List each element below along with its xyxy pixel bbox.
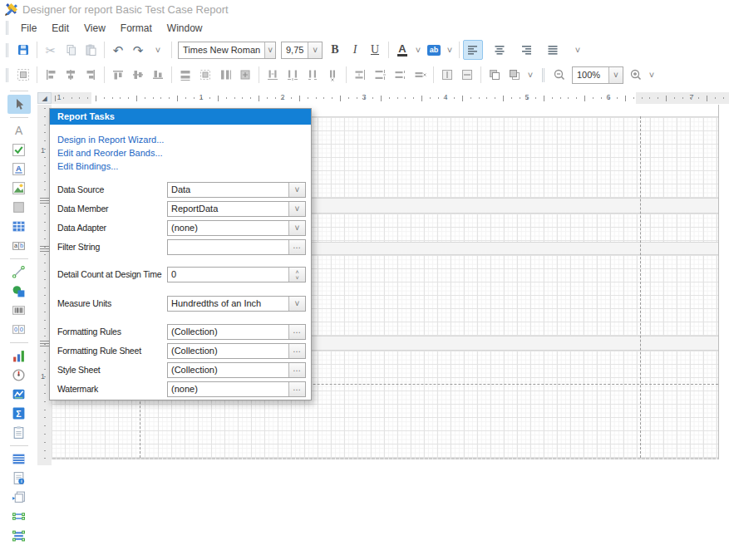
- center-horizontally-button[interactable]: [437, 65, 457, 85]
- order-dropdown-button[interactable]: ˅: [525, 65, 536, 85]
- decrease-vertical-spacing-button[interactable]: [390, 65, 410, 85]
- remove-vertical-spacing-button[interactable]: [410, 65, 430, 85]
- toolbox-item-panel[interactable]: [7, 198, 31, 217]
- align-rights-button[interactable]: [81, 65, 101, 85]
- watermark-editor[interactable]: (none) …: [167, 381, 306, 397]
- ellipsis-button[interactable]: …: [288, 363, 305, 377]
- zoom-level-combobox[interactable]: 100% ˅: [572, 66, 623, 84]
- make-same-width-button[interactable]: [175, 65, 195, 85]
- underline-button[interactable]: U: [365, 40, 385, 60]
- make-horizontal-spacing-equal-button[interactable]: [263, 65, 283, 85]
- increase-vertical-spacing-button[interactable]: [370, 65, 390, 85]
- increase-horizontal-spacing-button[interactable]: [283, 65, 303, 85]
- link-edit-and-reorder-bands[interactable]: Edit and Reorder Bands...: [57, 146, 311, 160]
- highlight-dropdown-button[interactable]: ˅: [444, 40, 456, 60]
- detail-count-spinner[interactable]: 0 ˄ ˅: [167, 267, 306, 282]
- toolbox-item-subreport[interactable]: [7, 488, 31, 507]
- toolbox-item-table-of-contents[interactable]: [7, 449, 31, 469]
- menu-file[interactable]: File: [13, 20, 44, 37]
- size-to-grid-button[interactable]: [195, 65, 215, 85]
- toolbox-item-table[interactable]: [7, 217, 31, 236]
- menu-grip[interactable]: [6, 21, 8, 35]
- align-center-button[interactable]: [490, 40, 510, 60]
- ellipsis-button[interactable]: …: [288, 382, 305, 396]
- dropdown-button[interactable]: ˅: [288, 221, 305, 235]
- center-vertically-button[interactable]: [457, 65, 477, 85]
- redo-button[interactable]: ↷: [128, 40, 148, 60]
- data-source-dropdown[interactable]: Data ˅: [167, 182, 306, 198]
- measure-units-dropdown[interactable]: Hundredths of an Inch ˅: [167, 296, 306, 312]
- toolbox-item-sparkline[interactable]: [7, 385, 31, 404]
- menu-window[interactable]: Window: [160, 20, 210, 37]
- make-same-size-button[interactable]: [235, 65, 255, 85]
- dropdown-button[interactable]: ˅: [288, 297, 305, 311]
- font-color-button[interactable]: A: [392, 40, 412, 60]
- zoom-in-button[interactable]: [626, 65, 646, 85]
- toolbar-grip[interactable]: [6, 43, 8, 57]
- toolbox-item-bar-code[interactable]: [7, 301, 31, 320]
- toolbox-item-character-comb[interactable]: a b: [7, 236, 31, 255]
- horizontal-ruler[interactable]: 1 1 2 3 4 5 6 7: [52, 92, 729, 104]
- zoom-out-button[interactable]: [549, 65, 569, 85]
- make-same-height-button[interactable]: [215, 65, 235, 85]
- data-adapter-dropdown[interactable]: (none) ˅: [167, 220, 306, 236]
- undo-button[interactable]: ↶: [108, 40, 128, 60]
- align-bottoms-button[interactable]: [148, 65, 168, 85]
- band-grip[interactable]: [40, 198, 49, 204]
- align-tops-button[interactable]: [108, 65, 128, 85]
- style-sheet-editor[interactable]: (Collection) …: [167, 362, 306, 378]
- toolbox-item-picture-box[interactable]: [7, 179, 31, 198]
- data-member-dropdown[interactable]: ReportData ˅: [167, 201, 306, 217]
- zoom-dropdown-button[interactable]: ˅: [608, 67, 623, 83]
- ruler-corner[interactable]: ◢: [37, 92, 52, 104]
- font-name-combobox[interactable]: Times New Roman ˅: [178, 42, 276, 59]
- align-to-grid-button[interactable]: [13, 65, 33, 85]
- cut-button[interactable]: ✂: [41, 40, 61, 60]
- toolbox-item-page-info[interactable]: i: [7, 469, 31, 488]
- paste-button[interactable]: [81, 40, 101, 60]
- toolbox-item-line[interactable]: [7, 263, 31, 282]
- toolbox-item-pivot-grid[interactable]: Σ: [7, 404, 31, 423]
- toolbox-item-cross-band-box[interactable]: [7, 526, 31, 545]
- font-color-dropdown-button[interactable]: ˅: [412, 40, 424, 60]
- formatting-rule-sheet-editor[interactable]: (Collection) …: [167, 343, 306, 359]
- save-button[interactable]: [13, 40, 33, 60]
- toolbox-item-page-break[interactable]: [7, 423, 31, 442]
- align-middles-button[interactable]: [128, 65, 148, 85]
- dropdown-button[interactable]: ˅: [288, 202, 305, 216]
- decrease-horizontal-spacing-button[interactable]: [303, 65, 323, 85]
- send-to-back-button[interactable]: [505, 65, 525, 85]
- italic-button[interactable]: I: [345, 40, 365, 60]
- remove-horizontal-spacing-button[interactable]: [323, 65, 342, 85]
- copy-button[interactable]: [61, 40, 81, 60]
- spinner-buttons[interactable]: ˄ ˅: [288, 268, 305, 282]
- menu-format[interactable]: Format: [113, 20, 160, 37]
- ellipsis-button[interactable]: …: [288, 240, 305, 254]
- toolbox-item-pointer[interactable]: [7, 95, 31, 114]
- band-grip[interactable]: [40, 246, 49, 252]
- formatting-rules-editor[interactable]: (Collection) …: [167, 324, 306, 340]
- toolbox-item-shape[interactable]: [7, 282, 31, 301]
- font-name-dropdown-button[interactable]: ˅: [264, 42, 275, 58]
- link-edit-bindings[interactable]: Edit Bindings...: [57, 160, 311, 173]
- band-grip[interactable]: [40, 341, 49, 346]
- bring-to-front-button[interactable]: [485, 65, 505, 85]
- align-lefts-button[interactable]: [41, 65, 61, 85]
- font-size-dropdown-button[interactable]: ˅: [308, 42, 322, 58]
- toolbox-item-chart[interactable]: [7, 346, 31, 366]
- toolbar-grip[interactable]: [6, 68, 8, 82]
- highlight-color-button[interactable]: ab: [424, 40, 444, 60]
- align-right-button[interactable]: [516, 40, 536, 60]
- link-design-in-report-wizard[interactable]: Design in Report Wizard...: [57, 133, 311, 146]
- toolbox-item-zip-code[interactable]: 0 0: [7, 320, 31, 339]
- make-vertical-spacing-equal-button[interactable]: [350, 65, 370, 85]
- zoom-menu-dropdown-button[interactable]: ˅: [646, 65, 658, 85]
- toolbox-item-check-box[interactable]: [7, 140, 31, 160]
- font-size-combobox[interactable]: 9,75 ˅: [281, 42, 323, 59]
- filter-string-editor[interactable]: …: [167, 239, 306, 255]
- toolbox-item-gauge[interactable]: [7, 366, 31, 385]
- menu-edit[interactable]: Edit: [44, 20, 76, 37]
- bold-button[interactable]: B: [325, 40, 345, 60]
- toolbox-item-label[interactable]: A: [7, 121, 31, 140]
- toolbox-item-rich-text[interactable]: A: [7, 160, 31, 179]
